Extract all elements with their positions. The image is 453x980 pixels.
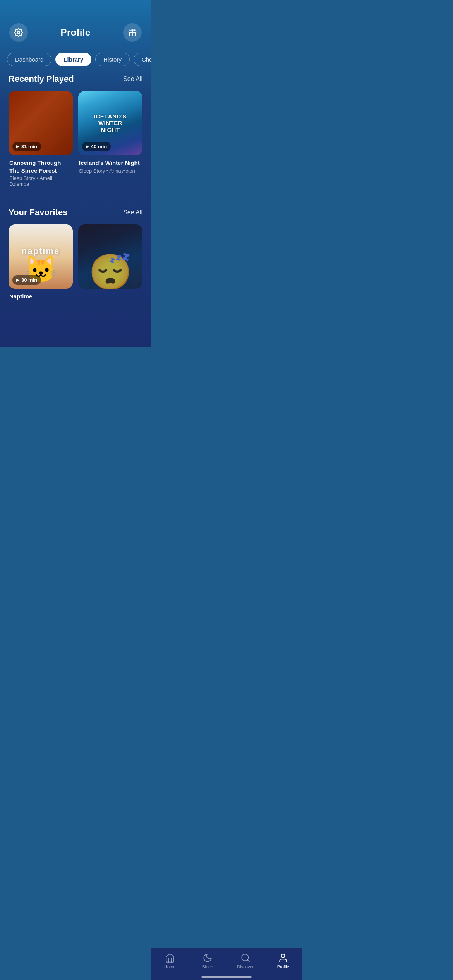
svg-point-0	[17, 31, 20, 34]
favorites-cards: NAPtiME 🐱 ▶ 30 min Naptime 😴	[9, 224, 142, 303]
favorites-see-all[interactable]: See All	[123, 209, 142, 216]
gear-icon	[14, 28, 23, 37]
sleeping-person-icon: 😴	[89, 252, 132, 289]
card-canoeing-image: ▶ 31 min	[9, 91, 73, 155]
card-iceland-duration: ▶ 40 min	[82, 142, 111, 151]
tab-bar: Dashboard Library History Check-Ins	[0, 50, 151, 74]
card-naptime-title: Naptime	[9, 293, 72, 300]
play-icon-canoeing: ▶	[16, 144, 19, 149]
card-iceland-subtitle: Sleep Story • Anna Acton	[79, 168, 142, 174]
settings-button[interactable]	[9, 23, 28, 42]
tab-checkins[interactable]: Check-Ins	[134, 53, 151, 66]
tab-history[interactable]: History	[95, 53, 130, 66]
card-naptime-image: NAPtiME 🐱 ▶ 30 min	[9, 224, 73, 289]
card-canoeing[interactable]: ▶ 31 min Canoeing Through The Spree Fore…	[9, 91, 73, 188]
card-iceland-title: Iceland's Winter Night	[79, 159, 142, 167]
card-iceland-info: Iceland's Winter Night Sleep Story • Ann…	[78, 155, 142, 175]
gift-icon	[128, 28, 137, 37]
play-icon-naptime: ▶	[16, 278, 19, 282]
gift-button[interactable]	[123, 23, 142, 42]
card-sleeping-image: 😴	[78, 224, 142, 289]
tab-dashboard[interactable]: Dashboard	[7, 53, 51, 66]
recently-played-see-all[interactable]: See All	[123, 75, 142, 82]
your-favorites-section: Your Favorites See All NAPtiME 🐱 ▶ 30 mi…	[0, 207, 151, 303]
card-naptime[interactable]: NAPtiME 🐱 ▶ 30 min Naptime	[9, 224, 73, 303]
card-canoeing-info: Canoeing Through The Spree Forest Sleep …	[9, 155, 73, 188]
play-icon-iceland: ▶	[86, 144, 89, 149]
iceland-text-overlay: ICELAND'SWINTERNIGHT	[94, 113, 127, 133]
recently-played-header: Recently Played See All	[9, 74, 142, 84]
section-divider	[9, 198, 142, 198]
page-title: Profile	[61, 27, 91, 38]
card-canoeing-title: Canoeing Through The Spree Forest	[9, 159, 72, 174]
card-canoeing-subtitle: Sleep Story • Ameli Dziemba	[9, 175, 72, 187]
card-iceland-image: ICELAND'SWINTERNIGHT ▶ 40 min	[78, 91, 142, 155]
recently-played-section: Recently Played See All ▶ 31 min Canoein…	[0, 74, 151, 188]
recently-played-title: Recently Played	[9, 74, 74, 84]
favorites-header: Your Favorites See All	[9, 207, 142, 218]
card-naptime-duration: ▶ 30 min	[12, 275, 41, 285]
tab-library[interactable]: Library	[55, 53, 91, 66]
favorites-title: Your Favorites	[9, 207, 67, 218]
card-naptime-info: Naptime	[9, 289, 73, 303]
card-sleeping[interactable]: 😴	[78, 224, 142, 303]
card-iceland[interactable]: ICELAND'SWINTERNIGHT ▶ 40 min Iceland's …	[78, 91, 142, 188]
card-sleeping-bg: 😴	[78, 224, 142, 289]
recently-played-cards: ▶ 31 min Canoeing Through The Spree Fore…	[9, 91, 142, 188]
card-canoeing-duration: ▶ 31 min	[12, 142, 41, 151]
header: Profile	[0, 0, 151, 50]
